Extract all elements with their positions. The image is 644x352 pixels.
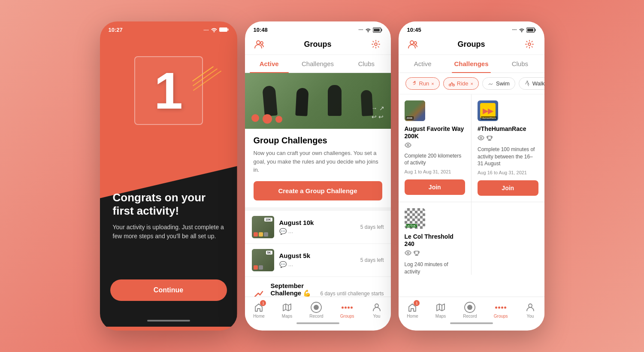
thumb-label-10k: 10K	[264, 218, 272, 222]
join-button-aug200k[interactable]: Join	[405, 179, 466, 195]
card-title-aug200k: August Favorite Way 200K	[405, 125, 466, 140]
svg-point-7	[260, 42, 263, 44]
create-challenge-button[interactable]: Create a Group Challenge	[254, 181, 382, 200]
card-thumb-aug200k: 200K	[405, 100, 425, 121]
nav-groups-3[interactable]: Groups	[494, 302, 508, 319]
svg-rect-5	[381, 29, 382, 31]
svg-rect-16	[535, 29, 535, 31]
svg-point-13	[375, 304, 378, 307]
challenge-name-5k: August 5k	[279, 252, 355, 259]
status-bar-3: 10:45 ····	[399, 21, 544, 35]
trophy-icon-humanrace	[487, 135, 493, 143]
card-desc-humanrace: Complete 100 minutes of activity between…	[478, 146, 538, 167]
phone-1: 10:27 ···· 1 Congrats on your first acti…	[100, 21, 237, 331]
humanrace-label: HumanRace	[481, 116, 497, 120]
continue-button[interactable]: Continue	[110, 279, 227, 301]
signal-icon-2: ····	[358, 27, 363, 32]
battery-icon-3	[526, 27, 536, 33]
svg-rect-1	[220, 28, 227, 31]
settings-icon-3[interactable]	[523, 38, 535, 50]
tab-clubs-2[interactable]: Clubs	[342, 55, 390, 73]
you-icon-2	[371, 302, 382, 313]
nav-label-groups-3: Groups	[494, 314, 508, 319]
app-title-3: Groups	[457, 40, 485, 49]
challenge-card-empty	[472, 202, 544, 275]
congrats-sub: Your activity is uploading. Just complet…	[113, 223, 224, 241]
tab-active-3[interactable]: Active	[399, 55, 447, 73]
nav-groups-2[interactable]: Groups	[340, 302, 354, 319]
gc-desc: Now you can craft your own challenges. Y…	[254, 149, 382, 174]
nav-home-2[interactable]: 1 Home	[253, 302, 265, 319]
nav-label-you-2: You	[373, 314, 380, 319]
run-chip-close[interactable]: ×	[431, 81, 434, 86]
nav-label-record-2: Record	[309, 314, 323, 319]
challenge-item-10k[interactable]: 10K August 10k 💬 … 5 days left	[245, 211, 391, 244]
nav-label-home-2: Home	[253, 314, 265, 319]
comment-icon-10k: 💬	[279, 228, 287, 235]
walk-icon	[524, 81, 530, 87]
join-button-humanrace[interactable]: Join	[478, 180, 538, 196]
aug200k-label: 200K	[406, 116, 414, 120]
tab-challenges-2[interactable]: Challenges	[293, 55, 342, 73]
run-icon	[411, 81, 417, 87]
group-icon-2[interactable]	[254, 38, 266, 50]
challenge-card-humanrace[interactable]: ▶▶ HumanRace #TheHumanRace Complete 100 …	[472, 94, 544, 202]
nav-record-2[interactable]: Record	[309, 302, 323, 319]
battery-icon	[219, 27, 229, 33]
nav-record-3[interactable]: Record	[463, 302, 477, 319]
tab-clubs-3[interactable]: Clubs	[496, 55, 544, 73]
challenge-item-5k[interactable]: 5K August 5k 💬 … 5 days left	[245, 244, 391, 277]
challenge-meta-5k: 💬 …	[279, 261, 355, 268]
battery-icon-2	[373, 27, 382, 33]
filter-swim[interactable]: Swim	[482, 77, 515, 90]
card-title-humanrace: #TheHumanRace	[478, 125, 538, 133]
svg-rect-15	[527, 29, 533, 31]
card-desc-lecol: Log 240 minutes of activity	[405, 261, 466, 275]
challenge-card-lecol[interactable]: LE COL Le Col Threshold 240 Log 240 minu…	[399, 202, 472, 275]
sept-until: 6 days until challenge starts	[320, 291, 384, 297]
eye-icon-humanrace	[478, 135, 484, 143]
record-icon-2	[311, 302, 322, 313]
filter-ride[interactable]: Ride ×	[443, 77, 479, 90]
phone2-body: Groups Active Challenges Clubs	[245, 35, 391, 327]
svg-point-23	[480, 137, 482, 139]
swim-icon	[488, 81, 494, 87]
phone-2: 10:48 ···· Groups Active Challenges	[245, 21, 391, 331]
home-indicator-3	[450, 322, 493, 324]
eye-icon-aug200k	[405, 143, 411, 149]
home-badge-2: 1	[260, 300, 266, 306]
days-left-10k: 5 days left	[360, 224, 384, 230]
nav-home-3[interactable]: 1 Home	[407, 302, 418, 319]
status-bar-2: 10:48 ····	[245, 21, 391, 35]
group-icon-3[interactable]	[407, 38, 419, 50]
card-icons-humanrace	[478, 135, 538, 143]
ride-chip-close[interactable]: ×	[471, 81, 473, 86]
black-bg	[100, 166, 237, 327]
settings-icon-2[interactable]	[370, 38, 382, 50]
nav-you-2[interactable]: You	[371, 302, 382, 319]
nav-label-home-3: Home	[407, 314, 418, 319]
status-icons-3: ····	[512, 27, 535, 33]
card-icons-lecol	[405, 250, 466, 258]
filter-run[interactable]: Run ×	[405, 77, 440, 90]
you-icon-3	[525, 302, 536, 313]
nav-maps-3[interactable]: Maps	[435, 302, 446, 319]
filter-walk[interactable]: Walk	[519, 77, 544, 90]
status-time-2: 10:48	[254, 27, 268, 33]
tab-active-2[interactable]: Active	[245, 55, 293, 73]
challenge-info-10k: August 10k 💬 …	[279, 219, 355, 235]
maps-icon-3	[435, 302, 446, 313]
challenge-card-aug200k[interactable]: 200K August Favorite Way 200K Complete 2…	[399, 94, 472, 202]
svg-point-12	[314, 305, 319, 310]
tab-challenges-3[interactable]: Challenges	[447, 55, 496, 73]
phone-3: 10:45 ···· Groups Active Challenges	[399, 21, 544, 331]
app-title-2: Groups	[304, 40, 331, 49]
maps-icon-2	[281, 302, 293, 313]
challenge-info-5k: August 5k 💬 …	[279, 252, 355, 268]
home-icon-2: 1	[253, 302, 264, 313]
nav-maps-2[interactable]: Maps	[281, 302, 293, 319]
nav-you-3[interactable]: You	[525, 302, 536, 319]
signal-icon-3: ····	[512, 27, 517, 32]
groups-icon-2	[342, 302, 353, 313]
congrats-area: Congrats on your first activity! Your ac…	[100, 191, 237, 241]
